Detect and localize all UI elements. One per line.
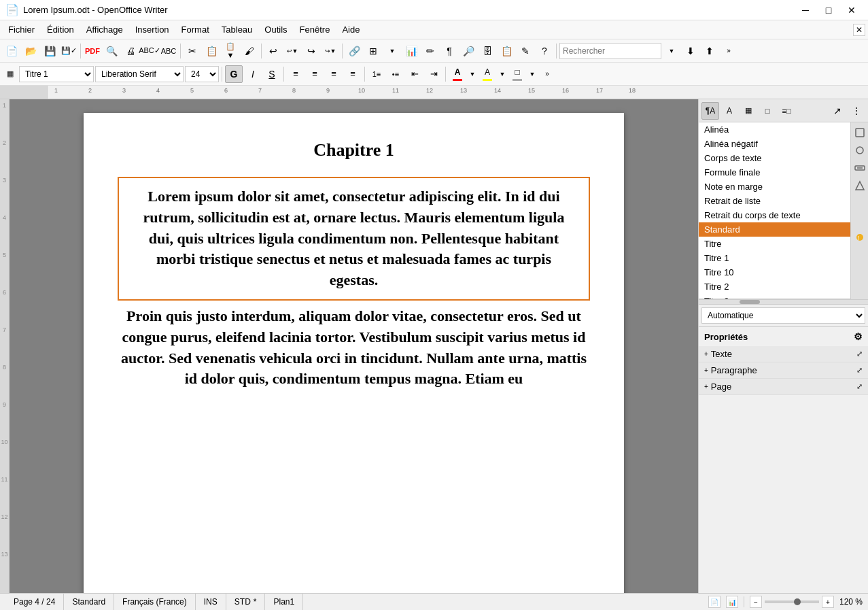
clone-button[interactable]: 🖌 [241,42,258,60]
sidebar-icon-3[interactable] [852,160,867,175]
menu-affichage[interactable]: Affichage [81,22,128,37]
sidebar-icon-5[interactable]: ! [852,230,867,245]
redo-button[interactable]: ↪ [302,42,320,60]
show-changes-button[interactable]: ✎ [517,42,534,60]
form-button[interactable]: 📋 [498,42,515,60]
menu-edition[interactable]: Édition [41,22,80,37]
pdf-button[interactable]: PDF [84,42,101,60]
styles-scrollbar[interactable] [699,299,868,305]
status-icon-2[interactable]: 📊 [726,596,738,608]
font-color-button[interactable]: A [449,65,466,83]
highlight-button[interactable]: A [479,65,496,83]
align-center-button[interactable]: ≡ [306,65,324,83]
minimize-button[interactable]: ─ [795,1,816,20]
status-ins[interactable]: INS [196,594,226,610]
save-button[interactable]: 💾 [41,42,58,60]
table-button[interactable]: ⊞ [364,42,382,60]
search-prev[interactable]: ⬆ [701,42,718,60]
sidebar-char-tab[interactable]: A [721,102,738,120]
datasource-button[interactable]: 🗄 [479,42,496,60]
indent-more-button[interactable]: ⇥ [425,65,442,83]
maximize-button[interactable]: □ [818,1,839,20]
font-color-dropdown[interactable]: ▼ [468,65,477,83]
menu-insertion[interactable]: Insertion [130,22,175,37]
style-combo[interactable]: Titre 1 [19,66,94,82]
list-unordered-button[interactable]: •≡ [387,65,404,83]
background-dropdown[interactable]: ▼ [527,65,537,83]
prop-section-paragraphe-header[interactable]: + Paragraphe ⤢ [699,362,868,378]
sidebar-page-tab[interactable]: □ [759,102,776,120]
auto-select[interactable]: Automatique [701,307,865,324]
style-item-titre-10[interactable]: Titre 10 [699,265,850,279]
help-button[interactable]: ? [536,42,553,60]
styles-scrollbar-thumb[interactable] [740,300,760,304]
bold-button[interactable]: G [225,65,243,83]
redo-dropdown[interactable]: ↪▼ [322,42,339,60]
sidebar-icon-4[interactable] [852,178,867,193]
status-plan[interactable]: Plan1 [265,594,303,610]
italic-button[interactable]: I [244,65,262,83]
menu-fenetre[interactable]: Fenêtre [294,22,336,37]
style-item-titre-2[interactable]: Titre 2 [699,279,850,294]
size-combo[interactable]: 24 [185,66,219,82]
list-ordered-button[interactable]: 1≡ [368,65,385,83]
sidebar-icon-2[interactable] [852,143,867,158]
status-language[interactable]: Français (France) [114,594,196,610]
style-item-standard[interactable]: Standard [699,222,850,237]
new-button[interactable]: 📄 [3,42,20,60]
close-button[interactable]: ✕ [841,1,863,20]
undo-button[interactable]: ↩ [264,42,282,60]
font-combo[interactable]: Liberation Serif [95,66,184,82]
print-preview-button[interactable]: 🔍 [103,42,120,60]
prop-section-page-header[interactable]: + Page ⤢ [699,379,868,394]
style-item-retrait-corps[interactable]: Retrait du corps de texte [699,208,850,222]
draw-button[interactable]: ✏ [421,42,439,60]
style-item-alinea[interactable]: Alinéa [699,122,850,137]
zoom-in-button[interactable]: + [822,596,834,608]
status-page[interactable]: Page 4 / 24 [5,594,64,610]
style-item-titre[interactable]: Titre [699,237,850,251]
find-button[interactable]: 🔎 [459,42,477,60]
style-item-formule[interactable]: Formule finale [699,165,850,180]
chart-button[interactable]: 📊 [402,42,420,60]
menu-tableau[interactable]: Tableau [216,22,258,37]
zoom-out-button[interactable]: − [750,596,762,608]
selected-text-box[interactable]: Lorem ipsum dolor sit amet, consectetur … [118,177,590,301]
background-button[interactable]: □ [508,65,526,83]
copy-button[interactable]: 📋 [203,42,220,60]
document-area[interactable]: Chapitre 1 Lorem ipsum dolor sit amet, c… [10,99,698,593]
style-item-retrait-liste[interactable]: Retrait de liste [699,194,850,208]
underline-button[interactable]: S [263,65,281,83]
zoom-slider[interactable] [765,600,819,603]
style-item-corps[interactable]: Corps de texte [699,151,850,165]
spellcheck-button[interactable]: ABC✓ [141,42,158,60]
sidebar-icon-1[interactable] [852,125,867,140]
menu-aide[interactable]: Aide [336,22,365,37]
status-style[interactable]: Standard [64,594,114,610]
properties-settings-icon[interactable]: ⚙ [854,331,863,342]
table-dropdown[interactable]: ▼ [383,42,401,60]
paste-button[interactable]: 📋▼ [222,42,239,60]
search-input[interactable] [559,43,661,59]
print-button[interactable]: 🖨 [122,42,139,60]
cut-button[interactable]: ✂ [184,42,201,60]
paragraphe-more-icon[interactable]: ⤢ [856,366,863,375]
align-right-button[interactable]: ≡ [325,65,343,83]
align-justify-button[interactable]: ≡ [344,65,362,83]
sidebar-styles-tab[interactable]: ¶A [701,102,719,120]
style-list-button[interactable]: ▦ [3,65,18,83]
undo-dropdown[interactable]: ↩▼ [283,42,301,60]
sidebar-new-style-button[interactable]: ↗ [829,102,846,120]
texte-more-icon[interactable]: ⤢ [856,350,863,358]
style-item-note[interactable]: Note en marge [699,180,850,194]
page-more-icon[interactable]: ⤢ [856,382,863,391]
search-next[interactable]: ⬇ [682,42,699,60]
toolbar-more[interactable]: » [720,42,737,60]
highlight-dropdown[interactable]: ▼ [498,65,507,83]
style-item-alinea-neg[interactable]: Alinéa négatif [699,137,850,151]
style-item-titre-1[interactable]: Titre 1 [699,251,850,265]
status-icon-1[interactable]: 📄 [708,596,721,608]
styles-list[interactable]: Alinéa Alinéa négatif Corps de texte For… [699,122,850,299]
sidebar-frame-tab[interactable]: ▦ [740,102,757,120]
hyperlink-button[interactable]: 🔗 [345,42,363,60]
